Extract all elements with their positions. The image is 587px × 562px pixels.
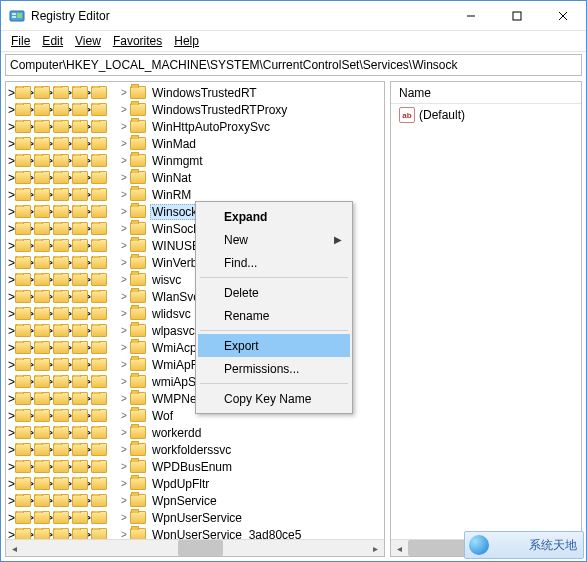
expand-icon[interactable]: >: [8, 256, 15, 270]
menu-file[interactable]: File: [5, 32, 36, 50]
tree-item[interactable]: >>>>>>workerdd: [8, 424, 384, 441]
expand-icon[interactable]: >: [8, 375, 15, 389]
close-button[interactable]: [540, 1, 586, 30]
tree-horizontal-scrollbar[interactable]: ◂ ▸: [6, 539, 384, 556]
expand-icon[interactable]: >: [118, 308, 130, 319]
expand-icon[interactable]: >: [118, 325, 130, 336]
folder-icon: [91, 375, 107, 388]
tree-item[interactable]: >>>>>>Winmgmt: [8, 152, 384, 169]
menu-item[interactable]: Export: [198, 334, 350, 357]
regedit-icon: [9, 8, 25, 24]
expand-icon[interactable]: >: [8, 290, 15, 304]
expand-icon[interactable]: >: [8, 477, 15, 491]
expand-icon[interactable]: >: [8, 222, 15, 236]
expand-icon[interactable]: >: [8, 307, 15, 321]
tree-item[interactable]: >>>>>>WpnUserService: [8, 509, 384, 526]
menu-help[interactable]: Help: [168, 32, 205, 50]
expand-icon[interactable]: >: [8, 103, 15, 117]
list-header-name[interactable]: Name: [391, 82, 581, 104]
folder-icon: [72, 137, 88, 150]
expand-icon[interactable]: >: [8, 443, 15, 457]
expand-icon[interactable]: >: [118, 274, 130, 285]
expand-icon[interactable]: >: [118, 461, 130, 472]
minimize-button[interactable]: [448, 1, 494, 30]
tree-item[interactable]: >>>>>>WpdUpFltr: [8, 475, 384, 492]
expand-icon[interactable]: >: [8, 426, 15, 440]
folder-icon: [34, 477, 50, 490]
expand-icon[interactable]: >: [118, 257, 130, 268]
menu-edit[interactable]: Edit: [36, 32, 69, 50]
scroll-left-icon[interactable]: ◂: [6, 540, 23, 557]
expand-icon[interactable]: >: [8, 392, 15, 406]
list-pane[interactable]: Name ab(Default) ◂ ▸: [390, 81, 582, 557]
expand-icon[interactable]: >: [118, 87, 130, 98]
expand-icon[interactable]: >: [118, 376, 130, 387]
expand-icon[interactable]: >: [8, 239, 15, 253]
menu-item[interactable]: Expand: [198, 205, 350, 228]
scroll-left-icon[interactable]: ◂: [391, 540, 408, 557]
expand-icon[interactable]: >: [118, 138, 130, 149]
expand-icon[interactable]: >: [118, 393, 130, 404]
expand-icon[interactable]: >: [118, 478, 130, 489]
tree-item[interactable]: >>>>>>WpnService: [8, 492, 384, 509]
menu-item[interactable]: Find...: [198, 251, 350, 274]
tree-item[interactable]: >>>>>>WinNat: [8, 169, 384, 186]
expand-icon[interactable]: >: [8, 460, 15, 474]
expand-icon[interactable]: >: [118, 359, 130, 370]
menu-item[interactable]: Permissions...: [198, 357, 350, 380]
folder-icon: [34, 443, 50, 456]
expand-icon[interactable]: >: [118, 444, 130, 455]
expand-icon[interactable]: >: [8, 205, 15, 219]
expand-icon[interactable]: >: [118, 155, 130, 166]
expand-icon[interactable]: >: [118, 104, 130, 115]
scroll-track[interactable]: [23, 540, 367, 556]
scroll-thumb[interactable]: [178, 540, 223, 556]
folder-icon: [53, 460, 69, 473]
expand-icon[interactable]: >: [8, 120, 15, 134]
address-bar[interactable]: Computer\HKEY_LOCAL_MACHINE\SYSTEM\Curre…: [5, 54, 582, 76]
expand-icon[interactable]: >: [8, 409, 15, 423]
expand-icon[interactable]: >: [118, 291, 130, 302]
expand-icon[interactable]: >: [8, 171, 15, 185]
tree-item[interactable]: >>>>>>WPDBusEnum: [8, 458, 384, 475]
expand-icon[interactable]: >: [118, 223, 130, 234]
list-row[interactable]: ab(Default): [395, 106, 577, 124]
scroll-thumb[interactable]: [408, 540, 470, 556]
tree-item[interactable]: >>>>>>WinHttpAutoProxySvc: [8, 118, 384, 135]
expand-icon[interactable]: >: [8, 137, 15, 151]
expand-icon[interactable]: >: [118, 121, 130, 132]
tree-item[interactable]: >>>>>>WindowsTrustedRTProxy: [8, 101, 384, 118]
expand-icon[interactable]: >: [118, 512, 130, 523]
expand-icon[interactable]: >: [118, 240, 130, 251]
expand-icon[interactable]: >: [8, 273, 15, 287]
tree-item[interactable]: >>>>>>WinMad: [8, 135, 384, 152]
menu-view[interactable]: View: [69, 32, 107, 50]
scroll-right-icon[interactable]: ▸: [367, 540, 384, 557]
expand-icon[interactable]: >: [118, 342, 130, 353]
menu-item[interactable]: Rename: [198, 304, 350, 327]
menu-item[interactable]: Delete: [198, 281, 350, 304]
folder-icon: [34, 341, 50, 354]
expand-icon[interactable]: >: [8, 188, 15, 202]
expand-icon[interactable]: >: [8, 341, 15, 355]
expand-icon[interactable]: >: [118, 410, 130, 421]
expand-icon[interactable]: >: [118, 172, 130, 183]
tree-item[interactable]: >>>>>>workfolderssvc: [8, 441, 384, 458]
folder-icon: [15, 154, 31, 167]
expand-icon[interactable]: >: [8, 154, 15, 168]
expand-icon[interactable]: >: [8, 358, 15, 372]
menu-item[interactable]: New▶: [198, 228, 350, 251]
menu-item[interactable]: Copy Key Name: [198, 387, 350, 410]
expand-icon[interactable]: >: [8, 86, 15, 100]
expand-icon[interactable]: >: [8, 494, 15, 508]
expand-icon[interactable]: >: [118, 206, 130, 217]
tree-item[interactable]: >>>>>>WindowsTrustedRT: [8, 84, 384, 101]
menu-favorites[interactable]: Favorites: [107, 32, 168, 50]
expand-icon[interactable]: >: [8, 324, 15, 338]
expand-icon[interactable]: >: [118, 495, 130, 506]
expand-icon[interactable]: >: [118, 427, 130, 438]
expand-icon[interactable]: >: [8, 511, 15, 525]
expand-icon[interactable]: >: [118, 189, 130, 200]
folder-icon: [53, 137, 69, 150]
maximize-button[interactable]: [494, 1, 540, 30]
